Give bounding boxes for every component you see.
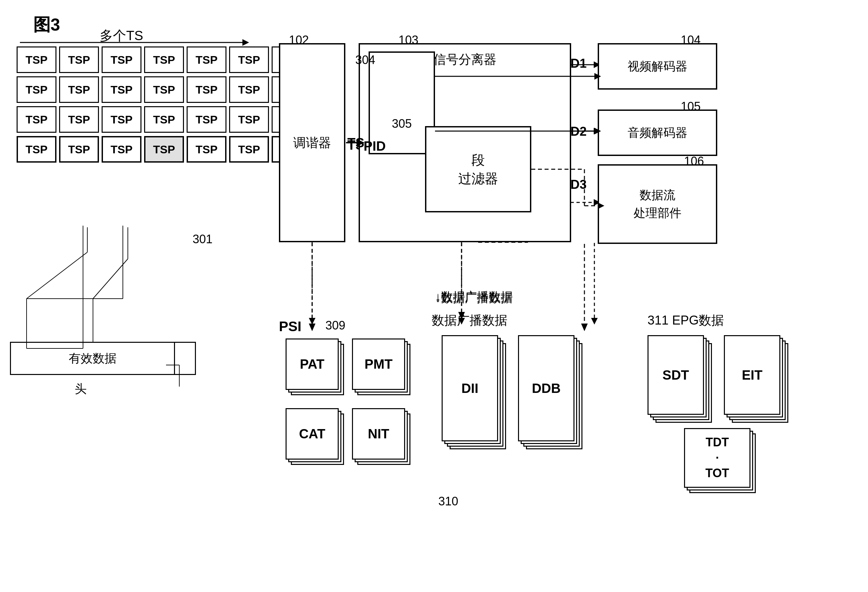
svg-marker-13 <box>309 318 316 324</box>
tsp-cell: TSP <box>229 106 269 133</box>
ts-flow-label: TS <box>347 135 364 150</box>
effective-data-text: 有效数据 <box>11 343 175 374</box>
epg-number: 311 <box>648 313 669 327</box>
tsp-cell: TSP <box>16 136 56 163</box>
sdt-label: SDT <box>648 335 704 415</box>
cat-label: CAT <box>286 408 339 459</box>
audio-decoder-block: 音频解码器 <box>598 109 717 156</box>
effective-data-small <box>175 343 195 374</box>
tsp-row-2: TSP TSP TSP TSP TSP TSP TSP <box>16 76 311 103</box>
tsp-cell: TSP <box>229 76 269 103</box>
eit-label: EIT <box>724 335 780 415</box>
block-305-label: 段 过滤器 <box>458 151 498 188</box>
tsp-cell: TSP <box>187 136 226 163</box>
figure-title: 图3 <box>33 13 60 37</box>
pid-label: PID <box>364 139 386 154</box>
label-301: 301 <box>193 232 213 246</box>
psi-cards-group: PAT PMT CAT NIT <box>279 339 422 504</box>
label-104: 104 <box>681 33 701 47</box>
label-102: 102 <box>289 33 309 47</box>
label-305: 305 <box>392 117 412 131</box>
psi-label: PSI <box>279 318 301 334</box>
tsp-cell: TSP <box>59 76 99 103</box>
effective-data-box: 有效数据 <box>10 342 196 375</box>
tsp-cell: TSP <box>102 136 142 163</box>
pat-label: PAT <box>286 339 339 390</box>
data-stream-label: 数据流 处理部件 <box>633 186 681 222</box>
tsp-cell: TSP <box>59 46 99 73</box>
tsp-row-1: TSP TSP TSP TSP TSP TSP TSP <box>16 46 311 73</box>
svg-marker-36 <box>309 324 316 331</box>
label-103: 103 <box>399 33 418 47</box>
svg-marker-1 <box>242 39 249 46</box>
tsp-cell: TSP <box>16 106 56 133</box>
data-stream-block: 数据流 处理部件 <box>598 164 717 244</box>
tsp-cell: TSP <box>144 76 184 103</box>
svg-line-46 <box>93 259 128 299</box>
label-106: 106 <box>684 154 704 168</box>
dii-label: DII <box>441 335 498 441</box>
svg-marker-40 <box>581 324 588 331</box>
epg-cards: SDT EIT TDT·TOT <box>641 335 847 521</box>
epg-label: 311 EPG数据 <box>648 312 724 329</box>
label-310: 310 <box>438 495 458 508</box>
tsp-cell: TSP <box>229 46 269 73</box>
tdt-tot-label: TDT·TOT <box>684 428 750 488</box>
d2-label: D2 <box>570 124 587 139</box>
epg-text: EPG数据 <box>672 313 724 327</box>
tsp-cell: TSP <box>144 136 184 163</box>
d3-label: D3 <box>570 178 587 192</box>
label-309: 309 <box>325 318 345 333</box>
block-305: 段 过滤器 <box>425 126 531 212</box>
data-broadcast-arrow-label: ↓数据广播数据 <box>435 289 513 305</box>
pmt-label: PMT <box>352 339 405 390</box>
tsp-cell: TSP <box>59 136 99 163</box>
data-broadcast-label: 数据广播数据 <box>432 312 507 329</box>
svg-marker-17 <box>591 318 598 324</box>
tsp-cell: TSP <box>102 46 142 73</box>
tsp-row-4: TSP TSP TSP TSP TSP TSP TSP <box>16 136 311 163</box>
tsp-cell: TSP <box>102 76 142 103</box>
tsp-cell: TSP <box>187 76 226 103</box>
nit-label: NIT <box>352 408 405 459</box>
tsp-cell: TSP <box>16 76 56 103</box>
video-decoder-block: 视频解码器 <box>598 43 717 90</box>
data-broadcast-cards: DII DDB <box>432 335 604 495</box>
tsp-cell: TSP <box>229 136 269 163</box>
multiple-ts-label: 多个TS <box>100 27 143 45</box>
tsp-cell: TSP <box>59 106 99 133</box>
label-304: 304 <box>355 53 375 67</box>
tuner-block: 调谐器 <box>279 43 345 242</box>
svg-line-43 <box>27 252 87 299</box>
signal-sep-title: 信号分离器 <box>433 51 496 68</box>
tsp-cell: TSP <box>102 106 142 133</box>
tsp-cell: TSP <box>187 46 226 73</box>
d1-label: D1 <box>570 56 587 71</box>
tsp-grid: TSP TSP TSP TSP TSP TSP TSP TSP TSP TSP … <box>16 46 311 166</box>
tsp-cell: TSP <box>144 106 184 133</box>
ddb-label: DDB <box>518 335 574 441</box>
tsp-row-3: TSP TSP TSP TSP TSP TSP TSP <box>16 106 311 133</box>
tsp-cell: TSP <box>16 46 56 73</box>
head-label: 头 <box>75 381 87 397</box>
tsp-cell: TSP <box>187 106 226 133</box>
label-105: 105 <box>681 100 701 113</box>
tsp-cell: TSP <box>144 46 184 73</box>
